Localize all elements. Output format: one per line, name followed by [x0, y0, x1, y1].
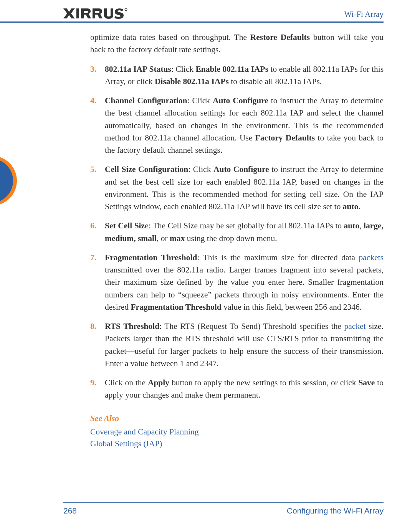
page-content: optimize data rates based on throughput.… [0, 23, 384, 450]
item-text: . [358, 202, 360, 211]
numbered-item: 5.Cell Size Configuration: Click Auto Co… [90, 163, 384, 213]
item-text: Enable 802.11a IAPs [195, 64, 268, 74]
intro-text-bold: Restore Defaults [250, 33, 310, 42]
item-text: : Click [187, 96, 213, 105]
item-text: Apply [148, 378, 169, 387]
item-number: 5. [90, 163, 105, 213]
item-text: Channel Configuration [105, 96, 187, 105]
numbered-item: 8.RTS Threshold: The RTS (Request To Sen… [90, 320, 384, 370]
item-text: Auto Configure [213, 96, 268, 105]
item-text: Fragmentation Threshold [105, 253, 197, 262]
item-number: 6. [90, 220, 105, 244]
intro-paragraph: optimize data rates based on throughput.… [90, 31, 384, 56]
see-also-link[interactable]: Global Settings (IAP) [90, 438, 384, 450]
item-text: : Click [171, 64, 196, 74]
item-text: , [359, 221, 364, 230]
item-body: Fragmentation Threshold: This is the max… [105, 251, 384, 313]
footer-section-title: Configuring the Wi-Fi Array [287, 506, 384, 515]
numbered-item: 3.802.11a IAP Status: Click Enable 802.1… [90, 63, 384, 88]
item-text: max [170, 234, 185, 243]
item-number: 9. [90, 376, 105, 401]
see-also-link[interactable]: Coverage and Capacity Planning [90, 426, 384, 438]
item-body: 802.11a IAP Status: Click Enable 802.11a… [105, 63, 384, 88]
item-text: button to apply the new settings to this… [169, 378, 358, 387]
numbered-item: 7.Fragmentation Threshold: This is the m… [90, 251, 384, 313]
item-text: RTS Threshold [105, 322, 159, 331]
item-text: auto [343, 202, 359, 211]
item-text: 802.11a IAP Status [105, 64, 171, 74]
item-text: auto [344, 221, 360, 230]
page-number: 268 [63, 506, 77, 515]
item-text: e: The Cell Size may be set globally for… [145, 221, 344, 230]
item-text: Cell Size Configuration [105, 165, 188, 174]
item-text: : This is the maximum size for directed … [197, 253, 359, 262]
item-text: Auto Configure [213, 165, 269, 174]
item-text: Disable 802.11a IAPs [155, 77, 229, 86]
numbered-item: 6.Set Cell Size: The Cell Size may be se… [90, 220, 384, 244]
side-tab-decoration [0, 156, 18, 206]
header-product-label: Wi-Fi Array [344, 10, 384, 19]
item-body: Channel Configuration: Click Auto Config… [105, 94, 384, 156]
svg-text:R: R [125, 9, 127, 11]
svg-rect-1 [76, 8, 79, 18]
page-header: R Wi-Fi Array [0, 8, 384, 23]
item-text: Factory Defaults [255, 133, 315, 142]
item-text: , or [157, 234, 170, 243]
item-text: Save [358, 378, 375, 387]
glossary-link[interactable]: packets [359, 253, 384, 262]
item-text: using the drop down menu. [185, 234, 277, 243]
page-footer: 268 Configuring the Wi-Fi Array [63, 502, 384, 515]
brand-logo: R [63, 8, 129, 19]
item-number: 3. [90, 63, 105, 88]
intro-text-pre: optimize data rates based on throughput.… [90, 33, 250, 42]
item-text: Click on the [105, 378, 148, 387]
item-body: RTS Threshold: The RTS (Request To Send)… [105, 320, 384, 370]
glossary-link[interactable]: packet [344, 322, 366, 331]
see-also-heading: See Also [90, 412, 384, 424]
item-text: : The RTS (Request To Send) Threshold sp… [159, 322, 344, 331]
item-number: 4. [90, 94, 105, 156]
numbered-item: 4.Channel Configuration: Click Auto Conf… [90, 94, 384, 156]
item-number: 8. [90, 320, 105, 370]
item-text: Fragmentation Threshold [131, 302, 221, 312]
item-body: Click on the Apply button to apply the n… [105, 376, 384, 401]
item-text: to disable all 802.11a IAPs. [229, 77, 322, 86]
item-text: Set Cell Siz [105, 221, 145, 230]
svg-marker-0 [63, 8, 75, 18]
item-number: 7. [90, 251, 105, 313]
item-body: Cell Size Configuration: Click Auto Conf… [105, 163, 384, 213]
item-body: Set Cell Size: The Cell Size may be set … [105, 220, 384, 244]
item-text: : Click [188, 165, 213, 174]
numbered-item: 9.Click on the Apply button to apply the… [90, 376, 384, 401]
item-text: value in this field, between 256 and 234… [222, 302, 362, 312]
